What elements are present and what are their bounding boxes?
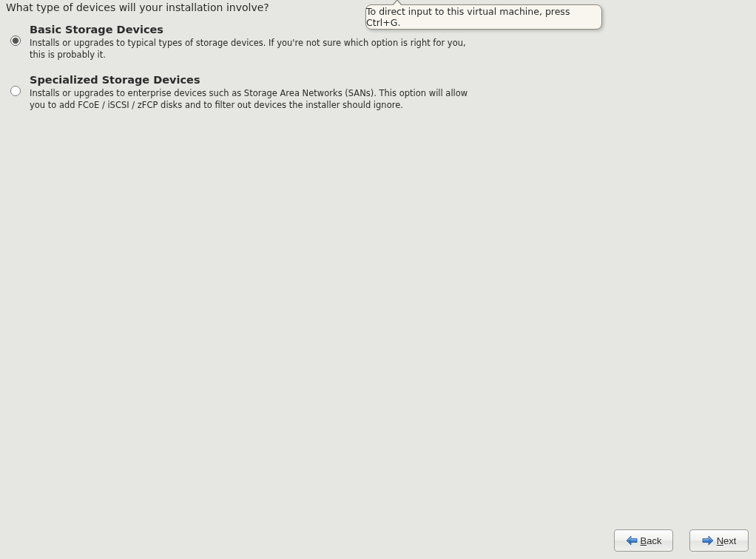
- tooltip-pointer-icon: [392, 0, 402, 5]
- option-specialized-title: Specialized Storage Devices: [30, 74, 750, 86]
- arrow-right-icon: [702, 535, 714, 546]
- option-basic-desc: Installs or upgrades to typical types of…: [30, 38, 473, 61]
- radio-specialized[interactable]: [10, 86, 21, 96]
- footer-nav: Back Next: [614, 529, 749, 552]
- option-specialized[interactable]: Specialized Storage Devices Installs or …: [6, 74, 750, 111]
- svg-rect-3: [703, 539, 709, 540]
- svg-rect-1: [630, 539, 636, 540]
- next-button[interactable]: Next: [689, 529, 749, 552]
- back-button[interactable]: Back: [614, 529, 673, 552]
- radio-basic[interactable]: [10, 35, 21, 46]
- back-button-label: Back: [641, 535, 662, 546]
- tooltip-text: To direct input to this virtual machine,…: [366, 6, 601, 28]
- vm-hint-tooltip: To direct input to this virtual machine,…: [365, 4, 602, 30]
- option-specialized-desc: Installs or upgrades to enterprise devic…: [30, 88, 473, 111]
- next-button-label: Next: [717, 535, 737, 546]
- arrow-left-icon: [626, 535, 638, 546]
